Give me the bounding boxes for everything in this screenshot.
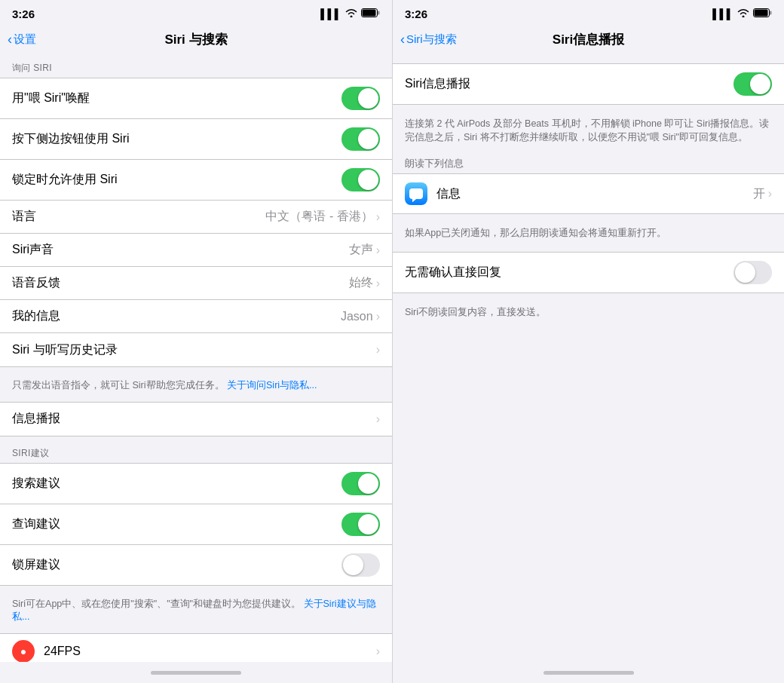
left-home-bar xyxy=(151,671,241,675)
siri-suggestions-header: SIRI建议 xyxy=(0,443,392,463)
right-home-indicator xyxy=(393,662,784,683)
broadcast-row[interactable]: 信息播报 › xyxy=(0,403,392,436)
battery-icon xyxy=(361,8,380,20)
voice-feedback-row[interactable]: 语音反馈 始终 › xyxy=(0,267,392,300)
right-top-spacer xyxy=(393,57,784,63)
my-info-label: 我的信息 xyxy=(12,308,341,324)
voice-feedback-label: 语音反馈 xyxy=(12,275,349,291)
right-signal-icon: ▌▌▌ xyxy=(712,8,733,20)
query-suggestions-toggle-thumb xyxy=(358,514,378,534)
query-suggestions-label: 查询建议 xyxy=(12,516,341,532)
language-chevron-icon: › xyxy=(376,210,380,224)
siri-broadcast-toggle-thumb xyxy=(750,74,770,94)
search-suggestions-label: 搜索建议 xyxy=(12,476,341,492)
messages-row[interactable]: 信息 开 › xyxy=(393,174,784,213)
search-suggestions-toggle[interactable] xyxy=(341,472,380,495)
left-back-button[interactable]: ‹ 设置 xyxy=(8,32,36,47)
lock-suggestions-toggle[interactable] xyxy=(341,553,380,577)
left-status-icons: ▌▌▌ xyxy=(320,8,380,20)
lock-suggestions-toggle-thumb xyxy=(343,555,363,575)
search-suggestions-row[interactable]: 搜索建议 xyxy=(0,464,392,504)
broadcast-group: 信息播报 › xyxy=(0,402,392,436)
lock-screen-row[interactable]: 锁定时允许使用 Siri xyxy=(0,160,392,201)
siri-broadcast-toggle[interactable] xyxy=(733,72,772,96)
left-back-chevron-icon: ‹ xyxy=(8,32,12,46)
lock-suggestions-row[interactable]: 锁屏建议 xyxy=(0,545,392,585)
left-back-label: 设置 xyxy=(14,32,36,47)
siri-history-label: Siri 与听写历史记录 xyxy=(12,342,376,358)
lock-screen-toggle[interactable] xyxy=(341,168,380,191)
right-status-icons: ▌▌▌ xyxy=(712,8,772,20)
left-nav-bar: ‹ 设置 Siri 与搜索 xyxy=(0,24,392,57)
left-status-time: 3:26 xyxy=(12,8,35,20)
app-24fps-icon: ● xyxy=(12,640,35,663)
app-24fps-chevron-icon: › xyxy=(376,645,380,658)
side-button-label: 按下侧边按钮使用 Siri xyxy=(12,131,341,147)
right-status-time: 3:26 xyxy=(405,8,427,20)
hey-siri-row[interactable]: 用"喂 Siri"唤醒 xyxy=(0,78,392,119)
lock-screen-toggle-thumb xyxy=(358,170,378,190)
ask-siri-header: 询问 SIRI xyxy=(0,57,392,78)
siri-history-chevron-icon: › xyxy=(376,343,380,357)
left-home-indicator xyxy=(0,662,392,683)
right-back-chevron-icon: ‹ xyxy=(400,32,405,46)
right-battery-icon xyxy=(753,8,772,20)
ask-siri-privacy-link[interactable]: 关于询问Siri与隐私... xyxy=(227,380,317,391)
language-label: 语言 xyxy=(12,209,265,225)
direct-reply-group: 无需确认直接回复 xyxy=(393,252,784,293)
my-info-chevron-icon: › xyxy=(376,310,380,323)
direct-reply-toggle-thumb xyxy=(735,262,755,283)
my-info-row[interactable]: 我的信息 Jason › xyxy=(0,300,392,333)
siri-suggestions-footer-text: Siri可在App中、或在您使用"搜索"、"查询"和键盘时为您提供建议。 xyxy=(12,599,301,609)
direct-reply-note: Siri不朗读回复内容，直接发送。 xyxy=(393,299,784,328)
messages-note: 如果App已关闭通知，那么启用朗读通知会将通知重新打开。 xyxy=(393,220,784,249)
messages-bubble-icon xyxy=(409,188,423,199)
voice-feedback-chevron-icon: › xyxy=(376,277,380,290)
siri-suggestions-footer: Siri可在App中、或在您使用"搜索"、"查询"和键盘时为您提供建议。 关于S… xyxy=(0,592,392,633)
right-nav-title: Siri信息播报 xyxy=(553,31,624,48)
direct-reply-row[interactable]: 无需确认直接回复 xyxy=(393,253,784,292)
lock-screen-label: 锁定时允许使用 Siri xyxy=(12,172,341,188)
broadcast-description: 连接第 2 代 AirPods 及部分 Beats 耳机时，不用解锁 iPhon… xyxy=(393,111,784,153)
language-value: 中文（粤语 - 香港） xyxy=(265,209,372,225)
query-suggestions-row[interactable]: 查询建议 xyxy=(0,504,392,545)
app-24fps-row[interactable]: ● 24FPS › xyxy=(0,634,392,663)
siri-broadcast-toggle-row[interactable]: Siri信息播报 xyxy=(393,64,784,104)
direct-reply-label: 无需确认直接回复 xyxy=(405,265,733,280)
messages-label: 信息 xyxy=(436,186,753,202)
right-phone-panel: 3:26 ▌▌▌ ‹ Siri与搜索 xyxy=(392,0,784,683)
language-row[interactable]: 语言 中文（粤语 - 香港） › xyxy=(0,201,392,234)
svg-rect-5 xyxy=(755,9,768,16)
hey-siri-toggle-thumb xyxy=(358,88,378,109)
left-nav-title: Siri 与搜索 xyxy=(164,31,227,48)
hey-siri-toggle[interactable] xyxy=(341,87,380,110)
lock-suggestions-label: 锁屏建议 xyxy=(12,557,341,573)
siri-voice-chevron-icon: › xyxy=(376,243,380,257)
svg-rect-4 xyxy=(770,11,772,14)
read-list-label: 朗读下列信息 xyxy=(393,153,784,173)
side-button-row[interactable]: 按下侧边按钮使用 Siri xyxy=(0,119,392,160)
side-button-toggle[interactable] xyxy=(341,127,380,151)
wifi-icon xyxy=(345,8,357,20)
ask-siri-footer: 只需发出语音指令，就可让 Siri帮助您完成任务。 关于询问Siri与隐私... xyxy=(0,373,392,402)
broadcast-chevron-icon: › xyxy=(376,412,380,426)
side-button-toggle-thumb xyxy=(358,129,378,149)
siri-history-row[interactable]: Siri 与听写历史记录 › xyxy=(0,333,392,366)
siri-voice-label: Siri声音 xyxy=(12,242,349,258)
siri-broadcast-toggle-label: Siri信息播报 xyxy=(405,76,733,92)
left-phone-panel: 3:26 ▌▌▌ ‹ 设置 Siri xyxy=(0,0,392,683)
signal-icon: ▌▌▌ xyxy=(320,8,341,20)
my-info-value: Jason xyxy=(341,310,373,323)
query-suggestions-toggle[interactable] xyxy=(341,513,380,536)
right-back-button[interactable]: ‹ Siri与搜索 xyxy=(400,32,457,47)
messages-value: 开 xyxy=(753,186,765,202)
messages-chevron-icon: › xyxy=(768,187,772,201)
app-24fps-icon-dot: ● xyxy=(20,645,26,657)
svg-rect-1 xyxy=(378,11,380,14)
direct-reply-toggle[interactable] xyxy=(733,261,772,284)
siri-voice-value: 女声 xyxy=(349,242,373,258)
app-24fps-label: 24FPS xyxy=(44,645,376,658)
siri-voice-row[interactable]: Siri声音 女声 › xyxy=(0,234,392,267)
messages-group: 信息 开 › xyxy=(393,173,784,214)
search-suggestions-toggle-thumb xyxy=(358,473,378,494)
